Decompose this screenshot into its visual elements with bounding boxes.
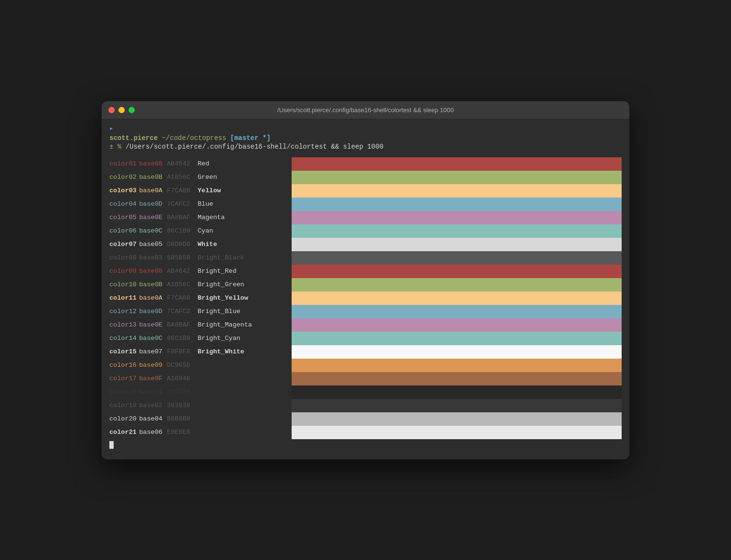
color-number: color17: [109, 372, 139, 385]
color-number: color13: [109, 318, 139, 332]
color-name: Bright_White: [198, 345, 244, 359]
color-hex: DC9656: [167, 359, 198, 372]
color-name: Cyan: [198, 224, 213, 238]
color-name: Bright_Cyan: [198, 332, 240, 345]
color-hex: 7CAFC2: [167, 305, 198, 318]
color-name: Red: [198, 157, 209, 171]
color-base: base0E: [139, 318, 167, 332]
color-base: base0D: [139, 305, 167, 318]
color-hex: F7CA88: [167, 184, 198, 198]
terminal-body: ▸ scott.pierce ~/code/octopress [master …: [102, 119, 629, 459]
color-swatch: [292, 399, 622, 412]
color-name: Bright_Black: [198, 251, 244, 265]
prompt-arrow: ▸: [109, 124, 622, 132]
color-number: color03: [109, 184, 139, 198]
prompt-command: /Users/scott.pierce/.config/base16-shell…: [126, 143, 384, 151]
color-row: color03base0AF7CA88Yellow: [109, 184, 292, 198]
color-hex: A1B56C: [167, 171, 198, 184]
color-number: color18: [109, 385, 139, 399]
color-number: color16: [109, 359, 139, 372]
color-swatch: [292, 211, 622, 224]
color-display: color01base08AB4642Redcolor02base0BA1B56…: [109, 157, 622, 439]
color-base: base0F: [139, 372, 167, 385]
color-hex: 585858: [167, 251, 198, 265]
color-swatch: [292, 171, 622, 184]
color-row: color11base0AF7CA88Bright_Yellow: [109, 292, 292, 305]
color-swatch: [292, 426, 622, 439]
color-number: color14: [109, 332, 139, 345]
color-base: base0A: [139, 184, 167, 198]
color-row: color08base03585858Bright_Black: [109, 251, 292, 265]
color-base: base04: [139, 412, 167, 426]
color-swatch: [292, 318, 622, 332]
color-swatch: [292, 372, 622, 385]
color-base: base0E: [139, 211, 167, 224]
color-base: base0B: [139, 171, 167, 184]
color-name: Bright_Red: [198, 265, 236, 278]
color-swatch: [292, 345, 622, 359]
color-base: base07: [139, 345, 167, 359]
color-name: Bright_Magenta: [198, 318, 252, 332]
color-base: base0C: [139, 332, 167, 345]
color-swatch: [292, 251, 622, 265]
color-base: base02: [139, 399, 167, 412]
traffic-lights: [108, 107, 135, 113]
color-name: Bright_Blue: [198, 305, 240, 318]
color-swatch: [292, 305, 622, 318]
color-name: Magenta: [198, 211, 225, 224]
color-name: Yellow: [198, 184, 221, 198]
color-row: color05base0EBA8BAFMagenta: [109, 211, 292, 224]
prompt-cmd-line: ± % /Users/scott.pierce/.config/base16-s…: [109, 143, 622, 151]
color-hex: 7CAFC2: [167, 198, 198, 211]
color-hex: A1B56C: [167, 278, 198, 292]
minimize-button[interactable]: [118, 107, 125, 113]
color-row: color02base0BA1B56CGreen: [109, 171, 292, 184]
color-base: base0C: [139, 224, 167, 238]
color-swatch: [292, 198, 622, 211]
color-number: color04: [109, 198, 139, 211]
color-hex: B8B8B8: [167, 412, 198, 426]
prompt-branch: [master *]: [230, 134, 271, 142]
color-hex: A16946: [167, 372, 198, 385]
color-swatch: [292, 412, 622, 426]
color-hex: 383838: [167, 399, 198, 412]
color-row: color10base0BA1B56CBright_Green: [109, 278, 292, 292]
color-swatch: [292, 265, 622, 278]
color-base: base05: [139, 238, 167, 251]
color-hex: 282828: [167, 385, 198, 399]
color-number: color05: [109, 211, 139, 224]
color-name: Bright_Green: [198, 278, 244, 292]
color-text-column: color01base08AB4642Redcolor02base0BA1B56…: [109, 157, 292, 439]
color-row: color18base01282828: [109, 385, 292, 399]
color-hex: AB4642: [167, 265, 198, 278]
color-row: color19base02383838: [109, 399, 292, 412]
color-row: color01base08AB4642Red: [109, 157, 292, 171]
color-swatch: [292, 278, 622, 292]
close-button[interactable]: [108, 107, 115, 113]
color-hex: 86C1B9: [167, 332, 198, 345]
window-title: /Users/scott.pierce/.config/base16-shell…: [277, 106, 454, 114]
color-number: color19: [109, 399, 139, 412]
color-swatch: [292, 238, 622, 251]
color-swatch: [292, 332, 622, 345]
color-number: color06: [109, 224, 139, 238]
color-hex: E8E8E8: [167, 426, 198, 439]
color-number: color11: [109, 292, 139, 305]
color-hex: BA8BAF: [167, 211, 198, 224]
color-number: color09: [109, 265, 139, 278]
color-number: color10: [109, 278, 139, 292]
prompt-username: scott.pierce: [109, 134, 158, 142]
color-base: base03: [139, 251, 167, 265]
color-number: color02: [109, 171, 139, 184]
color-number: color07: [109, 238, 139, 251]
color-number: color12: [109, 305, 139, 318]
color-base: base0D: [139, 198, 167, 211]
color-base: base08: [139, 265, 167, 278]
color-name: Blue: [198, 198, 213, 211]
color-swatch: [292, 292, 622, 305]
color-swatch: [292, 224, 622, 238]
color-hex: BA8BAF: [167, 318, 198, 332]
color-base: base09: [139, 359, 167, 372]
maximize-button[interactable]: [129, 107, 135, 113]
color-swatch: [292, 184, 622, 198]
